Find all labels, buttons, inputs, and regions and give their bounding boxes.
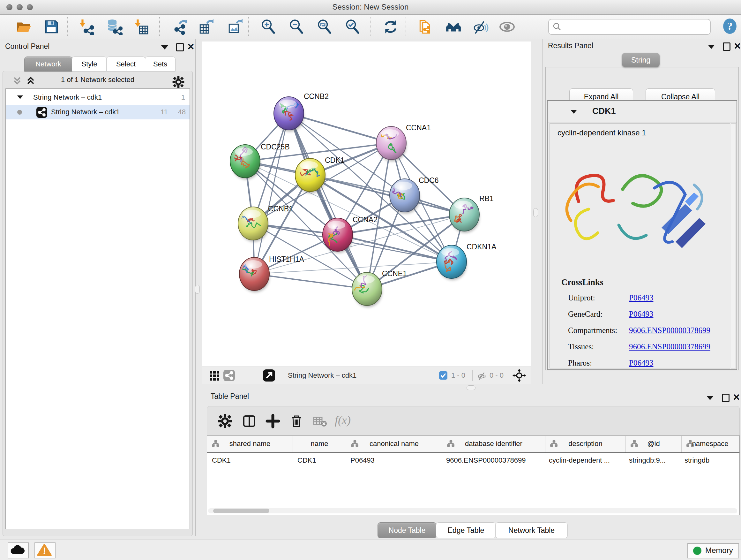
crosslink-link-pharos[interactable]: P06493 xyxy=(629,359,653,368)
hidden-eye-slash-icon[interactable] xyxy=(477,371,487,381)
tab-style[interactable]: Style xyxy=(72,57,107,71)
node-label-HIST1H1A: HIST1H1A xyxy=(269,255,305,263)
node-label-CDKN1A: CDKN1A xyxy=(467,243,496,251)
crosslink-link-compartments[interactable]: 9606.ENSP00000378699 xyxy=(629,326,711,335)
tab-node-table[interactable]: Node Table xyxy=(378,522,436,538)
network-tree: String Network – cdk1 1 String Network –… xyxy=(5,88,190,529)
crosslink-link-genecard[interactable]: P06493 xyxy=(629,310,653,319)
close-panel-icon[interactable]: ✕ xyxy=(187,43,194,51)
warning-button[interactable] xyxy=(35,543,56,558)
import-network-file-icon[interactable] xyxy=(78,19,94,35)
float-panel-icon[interactable] xyxy=(708,45,715,49)
close-panel-icon[interactable]: ✕ xyxy=(733,393,740,402)
tab-sets[interactable]: Sets xyxy=(145,57,176,71)
export-network-icon[interactable] xyxy=(173,19,189,35)
column-header-canonical-name[interactable]: canonical name xyxy=(346,436,442,452)
network-node-CDC6[interactable] xyxy=(390,179,420,213)
svg-text:?: ? xyxy=(727,20,733,32)
network-node-RB1[interactable] xyxy=(449,198,479,233)
toolbar-separator xyxy=(370,17,370,36)
network-node-CDC25B[interactable] xyxy=(230,145,260,179)
memory-button[interactable]: Memory xyxy=(687,543,739,558)
zoom-in-icon[interactable] xyxy=(260,19,276,35)
tab-select[interactable]: Select xyxy=(106,57,145,71)
delete-table-icon[interactable] xyxy=(313,414,328,429)
splitter-handle[interactable] xyxy=(533,208,538,217)
eye-icon[interactable] xyxy=(499,19,515,35)
function-builder-icon[interactable]: f(x) xyxy=(335,414,351,427)
network-node-HIST1H1A[interactable] xyxy=(239,257,269,292)
network-row[interactable]: String Network – cdk1 11 48 xyxy=(6,105,190,119)
splitter-handle[interactable] xyxy=(467,385,475,390)
export-image-icon[interactable] xyxy=(227,19,243,35)
table-row[interactable]: CDK1CDK1P064939606.ENSP00000378699cyclin… xyxy=(207,453,739,468)
close-panel-icon[interactable]: ✕ xyxy=(734,42,741,51)
zoom-out-icon[interactable] xyxy=(288,19,305,35)
houses-icon[interactable] xyxy=(446,19,461,35)
show-columns-icon[interactable] xyxy=(242,414,257,429)
string-documents-icon[interactable] xyxy=(417,19,433,35)
column-header-namespace[interactable]: namespace xyxy=(682,436,739,452)
help-icon[interactable]: ? xyxy=(722,18,738,34)
open-session-icon[interactable] xyxy=(16,19,31,35)
collapse-section-icon[interactable] xyxy=(570,110,577,114)
crosslink-label: Tissues: xyxy=(568,342,594,351)
network-edge-CCNA2-CDKN1A[interactable] xyxy=(338,235,452,262)
column-header-shared-name[interactable]: shared name xyxy=(207,436,293,452)
tab-network-table[interactable]: Network Table xyxy=(495,522,568,538)
cloud-button[interactable] xyxy=(8,543,29,558)
column-header-name[interactable]: name xyxy=(293,436,346,452)
network-node-CCNE1[interactable] xyxy=(348,272,382,307)
table-h-scrollbar[interactable] xyxy=(208,508,737,513)
zoom-selected-icon[interactable] xyxy=(345,19,360,35)
zoom-fit-icon[interactable] xyxy=(317,19,333,35)
network-node-CCNA1[interactable] xyxy=(376,126,406,161)
network-collection-row[interactable]: String Network – cdk1 1 xyxy=(6,90,190,105)
network-edge-CCNB2-CCNA1[interactable] xyxy=(289,113,391,143)
warning-icon xyxy=(35,543,54,557)
scrollbar-thumb[interactable] xyxy=(213,509,269,513)
network-edge-HIST1H1A-CCNE1[interactable] xyxy=(254,274,367,289)
float-panel-icon[interactable] xyxy=(161,45,168,50)
network-share-icon[interactable] xyxy=(223,370,235,381)
maximize-panel-icon[interactable] xyxy=(723,43,731,51)
tab-network[interactable]: Network xyxy=(24,57,72,71)
refresh-icon[interactable] xyxy=(383,19,399,35)
splitter-handle[interactable] xyxy=(195,285,200,294)
network-edge-CDK1-RB1[interactable] xyxy=(310,175,464,214)
network-edge-CCNB2-HIST1H1A[interactable] xyxy=(254,113,289,274)
network-node-CDKN1A[interactable] xyxy=(436,245,467,280)
delete-column-icon[interactable] xyxy=(289,414,304,429)
crosslink-link-tissues[interactable]: 9606.ENSP00000378699 xyxy=(629,342,711,351)
maximize-panel-icon[interactable] xyxy=(176,43,184,51)
results-scrollbar[interactable] xyxy=(731,123,736,368)
eye-slash-icon[interactable] xyxy=(473,19,488,35)
node-details-header[interactable]: CDK1 xyxy=(548,101,737,123)
export-table-icon[interactable] xyxy=(198,19,214,35)
fit-content-crosshair-icon[interactable] xyxy=(513,369,526,382)
float-panel-icon[interactable] xyxy=(706,396,714,400)
string-results-tab[interactable]: String xyxy=(622,53,660,67)
create-column-icon[interactable] xyxy=(265,414,280,429)
selected-checkbox-icon[interactable] xyxy=(439,371,448,380)
birdseye-grid-icon[interactable] xyxy=(209,371,219,381)
import-network-database-icon[interactable] xyxy=(107,19,123,35)
column-header--id[interactable]: @id xyxy=(626,436,682,452)
gear-icon[interactable] xyxy=(172,76,185,88)
maximize-panel-icon[interactable] xyxy=(722,394,730,402)
table-gear-icon[interactable] xyxy=(217,414,232,429)
network-node-CCNB2[interactable] xyxy=(274,97,304,132)
network-node-CCNB1[interactable] xyxy=(233,207,268,242)
import-table-file-icon[interactable] xyxy=(134,19,150,35)
export-view-icon[interactable] xyxy=(263,369,275,381)
crosslink-link-uniprot[interactable]: P06493 xyxy=(629,294,653,302)
column-header-database-identifier[interactable]: database identifier xyxy=(442,436,545,452)
save-session-icon[interactable] xyxy=(44,19,59,35)
search-input[interactable] xyxy=(565,21,707,32)
network-view-canvas[interactable]: CCNB2CCNA1CDC25BCDK1CDC6RB1CCNB1CCNA2CDK… xyxy=(202,42,531,367)
tab-edge-table[interactable]: Edge Table xyxy=(436,522,496,538)
crosslink-row: Pharos:P06493 xyxy=(550,359,730,375)
search-box xyxy=(548,19,711,35)
collection-expand-icon[interactable] xyxy=(17,96,23,99)
column-header-description[interactable]: description xyxy=(545,436,626,452)
